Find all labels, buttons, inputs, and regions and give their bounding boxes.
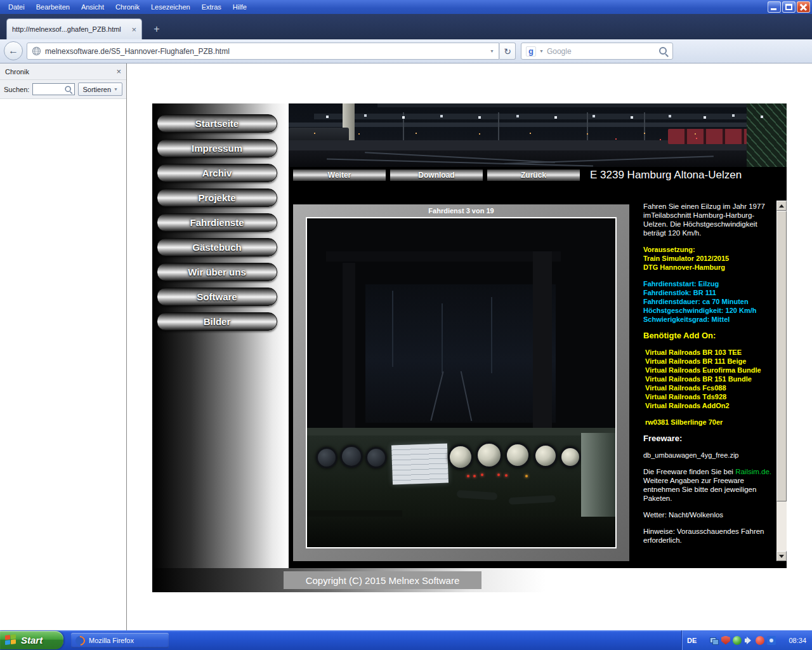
search-placeholder: Google [547,47,656,56]
addon-item: Virtual Railroads AddOn2 [645,401,771,410]
scroll-up-icon[interactable] [776,201,787,211]
language-indicator[interactable]: DE [687,637,697,644]
start-button[interactable]: Start [0,631,63,649]
search-label: Suchen: [4,86,29,93]
freeware-file: db_umbauwagen_4yg_free.zip [643,451,771,460]
tab-bar: http://melnexsof...ghafen_PZB.html × + [0,14,812,39]
security-shield-icon[interactable] [721,636,730,645]
search-icon [65,86,72,93]
browser-tab[interactable]: http://melnexsof...ghafen_PZB.html × [6,18,142,39]
site-nav-gaestebuch[interactable]: Gästebuch [157,238,277,256]
firefox-task-button[interactable]: Mozilla Firefox [71,633,169,648]
site-nav-software[interactable]: Software [157,288,277,306]
taskbar-clock: 08:34 [789,637,806,644]
download-button[interactable]: Download [390,169,483,182]
search-icon[interactable] [659,47,668,56]
detail-item: Schwierigkeitsgrad: Mittel [643,315,771,324]
requirement-item: DTG Hannover-Hamburg [643,263,771,272]
back-button[interactable]: ← [4,41,23,60]
firefox-icon [75,636,85,646]
detail-item: Fahrdienstdauer: ca 70 Minuten [643,297,771,306]
image-caption: Fahrdienst 3 von 19 [293,207,629,215]
tab-title: http://melnexsof...ghafen_PZB.html [12,25,128,33]
freeware-paragraph: Die Freeware finden Sie bei Railsim.de. … [643,467,771,503]
url-dropdown-icon[interactable]: ▼ [490,49,494,53]
cab-screenshot [306,217,617,548]
site-nav-wir-ueber-uns[interactable]: Wir über uns [157,263,277,281]
menu-extras[interactable]: Extras [196,1,227,13]
addon-item: Virtual Railroads BR 111 Beige [645,357,771,366]
reload-button[interactable]: ↻ [499,43,516,60]
sidebar-header: Chronik × [0,63,126,80]
system-tray: DE 08:34 [681,630,812,650]
start-button-label: Start [21,635,43,646]
new-tab-button[interactable]: + [148,22,165,36]
google-engine-icon[interactable]: g [526,46,536,56]
site-nav-startseite[interactable]: Startseite [157,114,277,133]
app-tray-icon[interactable] [767,636,776,645]
webpage-viewport: Startseite Impressum Archiv Projekte Fah… [127,63,812,630]
window-controls [768,1,810,13]
sort-dropdown-icon: ▼ [114,87,118,91]
addon-extra: rw0381 Silberlinge 70er [643,418,771,427]
url-bar[interactable]: melnexsoftware.de/S5_Hannover-Flughafen_… [27,43,499,60]
detail-item: Fahrdienststart: Eilzug [643,279,771,288]
detail-item: Höchstgeschwindigkeit: 120 Km/h [643,306,771,315]
volume-icon[interactable] [744,636,753,645]
site-nav-fahrdienste[interactable]: Fahrdienste [157,213,277,232]
weiter-button[interactable]: Weiter [292,169,386,182]
history-sidebar: Chronik × Suchen: Sortieren ▼ [0,63,127,630]
window-close-button[interactable] [797,1,810,13]
maximize-button[interactable] [782,1,796,13]
minimize-button[interactable] [768,1,781,13]
sort-button[interactable]: Sortieren ▼ [78,83,122,96]
alert-icon[interactable] [756,636,764,645]
zurueck-button[interactable]: Zurück [487,169,580,182]
search-bar[interactable]: g ▼ Google [521,43,673,60]
addons-header: Benötigte Add On: [643,331,771,340]
sidebar-close-icon[interactable]: × [116,67,121,76]
freeware-text: Weitere Angaben zur Freeware entnehmen S… [643,477,756,502]
hints-line-cut: erforderlich. [643,536,771,545]
scroll-down-icon[interactable] [776,551,787,561]
menu-chronik[interactable]: Chronik [110,1,145,13]
task-button-label: Mozilla Firefox [89,637,134,644]
sidebar-title: Chronik [5,68,116,76]
menu-ansicht[interactable]: Ansicht [75,1,110,13]
menu-bar: Datei Bearbeiten Ansicht Chronik Lesezei… [0,0,812,14]
history-search-input[interactable] [32,83,75,95]
globe-icon [32,46,41,56]
menu-lesezeichen[interactable]: Lesezeichen [145,1,196,13]
addon-item: Virtual Railroads Fcs088 [645,383,771,392]
sort-button-label: Sortieren [82,86,111,93]
melnex-site: Startseite Impressum Archiv Projekte Fah… [152,103,787,592]
scrollbar-thumb[interactable] [776,211,787,501]
firefox-window: Datei Bearbeiten Ansicht Chronik Lesezei… [0,0,812,650]
info-scrollbar[interactable] [776,201,787,561]
antivirus-icon[interactable] [733,636,742,645]
menu-datei[interactable]: Datei [3,1,30,13]
search-engine-dropdown-icon[interactable]: ▼ [539,49,544,53]
addon-item: Virtual Railroads BR 103 TEE [645,348,771,357]
mission-info-panel: Fahren Sie einen Eilzug im Jahr 1977 imT… [642,202,774,561]
menu-bearbeiten[interactable]: Bearbeiten [30,1,75,13]
navigation-toolbar: ← melnexsoftware.de/S5_Hannover-Flughafe… [0,39,812,63]
url-text: melnexsoftware.de/S5_Hannover-Flughafen_… [45,47,486,56]
mission-image-frame: Fahrdienst 3 von 19 [293,204,629,561]
railsim-link[interactable]: Railsim.de. [735,468,771,475]
menu-hilfe[interactable]: Hilfe [227,1,252,13]
requirements-header: Voraussetzung: [643,245,771,254]
tray-icons [700,636,785,645]
addon-item: Virtual Railroads BR 151 Bundle [645,375,771,383]
freeware-text: Die Freeware finden Sie bei [643,468,733,475]
site-nav-projekte[interactable]: Projekte [157,189,277,207]
site-nav-archiv[interactable]: Archiv [157,164,277,182]
tab-close-icon[interactable]: × [131,25,136,34]
network-status-icon[interactable] [710,636,719,645]
site-nav-impressum[interactable]: Impressum [157,139,277,157]
site-nav-bilder[interactable]: Bilder [157,312,277,331]
sidebar-search-row: Suchen: Sortieren ▼ [0,80,126,99]
page-title: E 3239 Hamburg Altona-Uelzen [590,169,742,182]
addon-item: Virtual Railroads Tds928 [645,392,771,401]
addon-item: Virtual Railroads Eurofirma Bundle [645,366,771,375]
